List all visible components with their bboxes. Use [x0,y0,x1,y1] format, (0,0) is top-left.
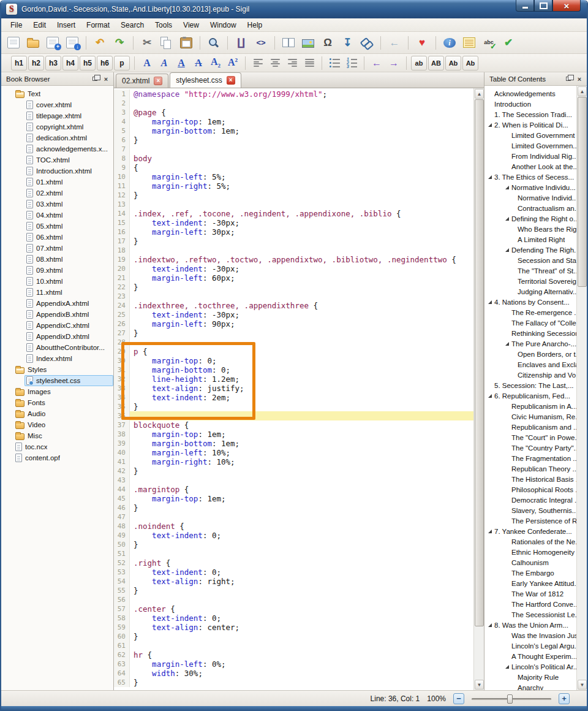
code-text[interactable]: } [130,503,473,512]
code-text[interactable]: margin-right: 5%; [130,181,473,191]
code-text[interactable]: text-align: center; [130,623,473,632]
book-browser-item[interactable]: 05.xhtml [1,221,113,232]
bullet-list-button[interactable] [326,56,342,70]
code-text[interactable]: @page { [130,108,473,117]
book-browser-item[interactable]: 10.xhtml [1,276,113,287]
book-browser-close-button[interactable]: × [101,74,111,83]
code-text[interactable]: margin-top: 1em; [130,430,473,439]
toc-item[interactable]: Open Borders, or t... [484,349,576,359]
book-browser-item[interactable]: content.opf [1,452,113,463]
code-text[interactable] [130,595,473,604]
tab-close-icon[interactable]: × [154,77,162,85]
code-text[interactable]: .center { [130,604,473,614]
toc-item[interactable]: The "Court" in Powe... [484,432,576,443]
heading-p-button[interactable]: p [114,56,130,70]
toc-item[interactable]: Rationales of the Ne... [484,536,576,547]
code-text[interactable] [130,549,473,558]
code-text[interactable]: .margintop { [130,485,473,494]
toc-item[interactable]: The Fragmentation ... [484,453,576,463]
open-file-button[interactable] [24,34,42,51]
code-text[interactable]: .indexthree, .tocthree, .appendixthree { [130,301,473,310]
book-browser-item[interactable]: Audio [1,408,113,419]
toc-item[interactable]: Republicanism in A... [484,401,576,411]
book-browser-item[interactable]: AppendixA.xhtml [1,298,113,309]
new-file-button[interactable] [4,34,23,51]
menu-window[interactable]: Window [205,19,242,31]
code-text[interactable]: { [130,163,473,172]
toc-item[interactable]: Ethnic Homogeneity [484,547,576,557]
code-text[interactable]: } [130,283,473,292]
toc-item[interactable]: Lincoln's Legal Argu... [484,641,576,651]
expanded-triangle-icon[interactable] [488,623,492,627]
code-text[interactable] [130,411,473,420]
code-text[interactable]: text-indent: 0; [130,568,473,577]
book-browser-item[interactable]: Index.xhtml [1,353,113,364]
toc-item[interactable]: 6. Republicanism, Fed... [484,390,576,401]
add-existing-files-button[interactable] [43,34,62,51]
menu-view[interactable]: View [178,19,205,31]
expanded-triangle-icon[interactable] [488,175,492,179]
editor-scroll-up-icon[interactable]: ▲ [475,89,484,99]
code-text[interactable] [130,512,473,522]
close-button[interactable] [552,0,581,12]
code-text[interactable]: @namespace "http://www.w3.org/1999/xhtml… [130,89,473,99]
toc-close-button[interactable]: × [575,74,584,83]
book-browser-item[interactable]: Video [1,419,113,430]
editor-scroll-down-icon[interactable]: ▼ [475,680,484,690]
toc-item[interactable]: Limited Government [484,130,576,140]
zoom-slider-handle[interactable] [507,694,513,704]
titlecase-button[interactable]: Ab [445,56,461,70]
book-view-button[interactable]: ∐ [232,34,251,51]
insert-link-button[interactable] [358,34,376,51]
book-browser-item[interactable]: titlepage.xhtml [1,110,113,121]
toc-item[interactable]: The Persistence of R... [484,515,576,526]
code-text[interactable]: } [130,466,473,476]
numbered-list-button[interactable] [344,56,360,70]
toc-scroll-up-icon[interactable]: ▲ [578,86,587,96]
toc-item[interactable]: The Historical Basis ... [484,474,576,484]
toc-item[interactable]: Who Bears the Rig... [484,224,576,234]
heading-h4-button[interactable]: h4 [62,56,78,70]
editor-scrollbar[interactable]: ▲ ▼ [473,88,484,690]
toc-item[interactable]: Normative Individu... [484,182,576,192]
book-browser-item[interactable]: Fonts [1,397,113,408]
menu-tools[interactable]: Tools [149,19,178,31]
code-text[interactable]: margin-bottom: 0; [130,365,473,375]
toc-item[interactable]: Democratic Integral ... [484,495,576,505]
align-justify-button[interactable] [301,56,317,70]
code-text[interactable]: margin-left: 10%; [130,448,473,457]
well-formed-check-button[interactable]: ✔ [499,34,518,51]
book-browser-item[interactable]: AppendixB.xhtml [1,309,113,320]
book-browser-float-button[interactable] [90,74,100,83]
toc-scroll-down-icon[interactable]: ▼ [578,680,587,690]
book-browser-item[interactable]: AppendixD.xhtml [1,331,113,342]
code-text[interactable]: margin-left: 30px; [130,227,473,237]
go-back-button[interactable]: ← [385,34,404,51]
tab-stylesheet-css[interactable]: stylesheet.css× [170,72,241,88]
toc-item[interactable]: The "Country Party"... [484,443,576,453]
book-browser-item[interactable]: dedication.xhtml [1,132,113,143]
redo-button[interactable]: ↷ [110,34,129,51]
code-text[interactable]: } [130,191,473,200]
heading-h3-button[interactable]: h3 [45,56,61,70]
code-text[interactable]: margin-top: 0; [130,356,473,365]
toc-item[interactable]: Anarchy [484,682,576,690]
zoom-slider[interactable] [472,693,551,704]
toc-item[interactable]: 7. Yankee Confederate... [484,526,576,536]
split-at-cursor-button[interactable] [279,34,298,51]
expanded-triangle-icon[interactable] [488,123,492,127]
code-text[interactable]: margin-top: 1em; [130,494,473,503]
book-browser-item[interactable]: toc.ncx [1,441,113,452]
save-button[interactable] [63,34,81,51]
superscript-button[interactable]: A2 [225,56,241,70]
expanded-triangle-icon[interactable] [505,342,509,346]
code-text[interactable] [130,99,473,108]
code-text[interactable]: text-indent: 0; [130,531,473,540]
code-text[interactable]: text-indent: -30px; [130,218,473,227]
code-text[interactable]: margin-left: 5%; [130,172,473,181]
expanded-triangle-icon[interactable] [505,665,509,669]
book-browser-item[interactable]: 02.xhtml [1,188,113,199]
code-text[interactable] [130,292,473,301]
spellcheck-button[interactable]: abc [480,34,498,51]
toc-item[interactable]: Slavery, Southernis... [484,505,576,515]
